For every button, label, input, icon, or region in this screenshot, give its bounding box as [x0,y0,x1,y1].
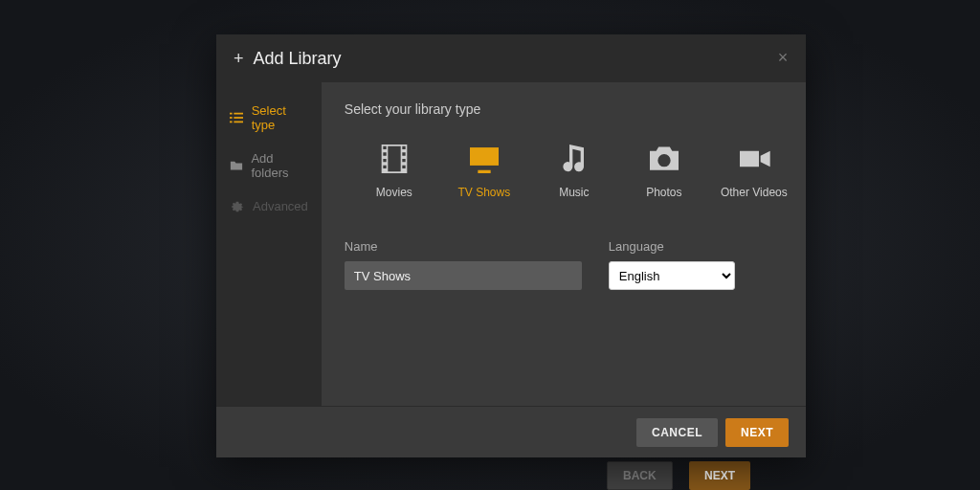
name-label: Name [345,239,582,254]
type-tv-shows[interactable]: TV Shows [454,140,515,199]
modal-body: Select type Add folders Advanced Select … [216,82,806,406]
type-label: Music [559,186,589,199]
folder-icon [230,159,243,172]
type-label: Movies [376,186,412,199]
cancel-button[interactable]: CANCEL [636,418,718,447]
modal-sidebar: Select type Add folders Advanced [216,82,322,406]
add-library-modal: + Add Library × Select type Add folders [216,34,806,457]
plus-icon: + [234,49,244,69]
sidebar-item-select-type[interactable]: Select type [216,94,322,142]
type-label: Photos [646,186,681,199]
language-label: Language [609,239,735,254]
close-icon[interactable]: × [773,48,792,67]
gear-icon [230,200,245,213]
language-select[interactable]: English [609,261,735,290]
svg-rect-3 [234,117,244,119]
type-photos[interactable]: Photos [634,140,695,199]
svg-rect-5 [234,122,244,123]
content-heading: Select your library type [345,101,785,117]
tv-icon [464,140,504,178]
svg-rect-6 [470,147,499,165]
video-camera-icon [734,140,774,178]
modal-header: + Add Library × [216,34,806,82]
svg-rect-0 [230,113,233,115]
svg-rect-1 [234,113,244,115]
sidebar-item-label: Select type [252,103,308,132]
sidebar-item-label: Add folders [251,151,307,180]
type-music[interactable]: Music [544,140,605,199]
library-type-row: Movies TV Shows Music [345,140,785,199]
sidebar-item-advanced: Advanced [216,189,322,223]
camera-icon [644,140,684,178]
background-back-button: BACK [607,461,673,490]
svg-rect-4 [230,122,233,123]
language-field-group: Language English [609,239,735,290]
next-button[interactable]: NEXT [725,418,789,447]
modal-title: Add Library [254,49,342,69]
type-other-videos[interactable]: Other Videos [724,140,785,199]
type-movies[interactable]: Movies [364,140,425,199]
fields-row: Name Language English [345,239,785,290]
background-next-button: NEXT [689,461,750,490]
sidebar-item-label: Advanced [253,199,308,213]
music-note-icon [554,140,594,178]
svg-rect-2 [230,117,233,119]
type-label: Other Videos [721,186,788,199]
sidebar-item-add-folders[interactable]: Add folders [216,142,322,189]
modal-footer: CANCEL NEXT [216,406,806,457]
list-icon [230,111,244,124]
name-input[interactable] [345,261,582,290]
type-label: TV Shows [457,186,510,199]
modal-content: Select your library type Movies TV Shows [322,82,808,406]
name-field-group: Name [345,239,582,290]
film-icon [374,140,414,178]
